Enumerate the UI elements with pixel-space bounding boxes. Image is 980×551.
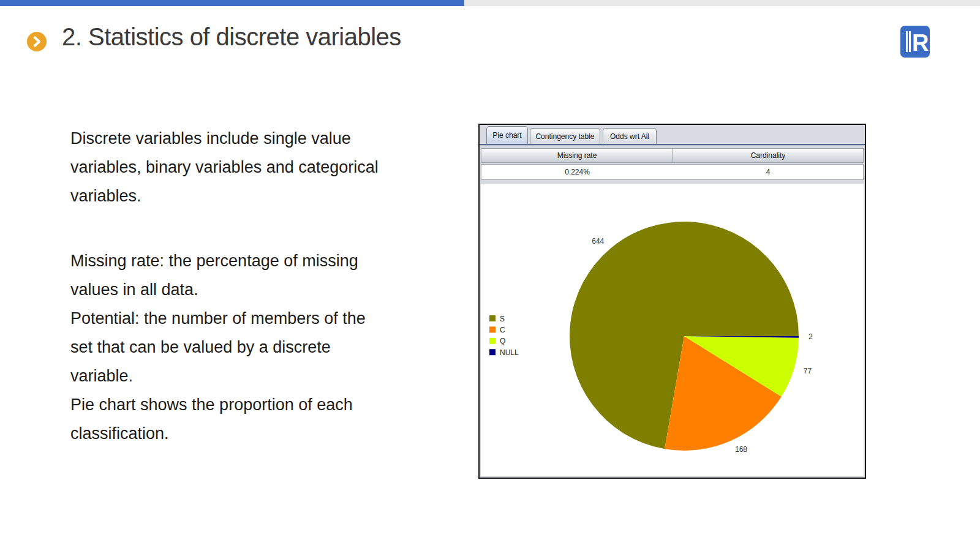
column-header-cardinality: Cardinality [673, 148, 864, 163]
stats-table-values-row: 0.224% 4 [481, 164, 864, 180]
missing-rate-value: 0.224% [481, 165, 673, 179]
legend-label-Q: Q [500, 337, 505, 345]
legend-label-NULL: NULL [500, 348, 519, 357]
slice-value-label-C: 168 [735, 445, 747, 454]
legend-label-C: C [500, 326, 505, 334]
statistics-panel: Pie chart Contingency table Odds wrt All… [478, 124, 866, 479]
brand-logo-icon: R [900, 26, 930, 60]
pie-chart-canvas: 644168772SCQNULL [481, 184, 864, 476]
top-accent-bar-gray [464, 0, 980, 6]
stats-table-header: Missing rate Cardinality [481, 148, 864, 163]
tab-separator-light [480, 145, 865, 146]
top-accent-bar-blue [0, 0, 464, 6]
legend-swatch-Q [489, 338, 496, 344]
tab-odds-wrt-all[interactable]: Odds wrt All [603, 128, 657, 144]
paragraph-discrete-variables: Discrete variables include single value … [70, 124, 462, 211]
legend-swatch-C [489, 326, 496, 332]
tab-strip: Pie chart Contingency table Odds wrt All [480, 125, 865, 144]
slice-value-label-Q: 77 [804, 367, 812, 375]
slice-value-label-NULL: 2 [809, 332, 813, 341]
legend-swatch-NULL [489, 349, 496, 355]
paragraph-definitions: Missing rate: the percentage of missing … [70, 247, 462, 448]
legend-swatch-S [489, 315, 496, 321]
tab-pie-chart[interactable]: Pie chart [486, 126, 528, 144]
pie-chart-svg: 644168772SCQNULL [481, 184, 864, 476]
legend-label-S: S [500, 315, 505, 323]
svg-text:R: R [912, 30, 929, 56]
column-header-missing-rate: Missing rate [481, 148, 673, 163]
cardinality-value: 4 [673, 165, 863, 179]
chevron-right-glyph [27, 32, 47, 51]
slice-value-label-S: 644 [592, 237, 604, 246]
page-title: 2. Statistics of discrete variables [62, 23, 401, 51]
chevron-right-circle-icon [27, 32, 47, 51]
tab-contingency-table[interactable]: Contingency table [530, 128, 600, 144]
